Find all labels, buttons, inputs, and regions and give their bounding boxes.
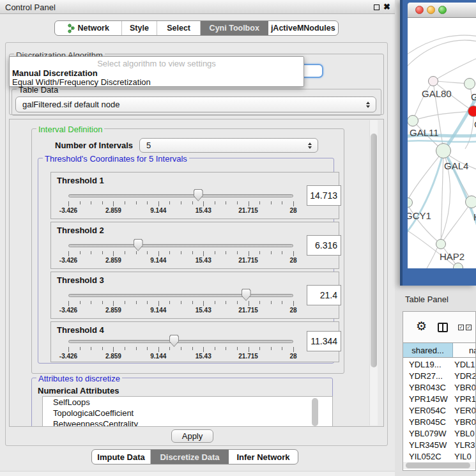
tab-cyni-toolbox[interactable]: Cyni Toolbox xyxy=(201,21,268,35)
table-cell[interactable]: YER0 xyxy=(454,406,476,415)
settings-scrollpane: Interval Definition Number of Intervals … xyxy=(9,119,384,427)
table-cell[interactable]: YDR27... xyxy=(409,371,443,381)
table-cell[interactable]: YLR3 xyxy=(454,440,475,450)
table-cell[interactable]: YBR0 xyxy=(454,383,476,392)
tick-mark xyxy=(293,201,294,206)
threshold-slider-thumb[interactable] xyxy=(194,189,203,201)
network-icon xyxy=(67,24,75,33)
network-canvas[interactable]: GAL80GACGAL11GAL4GCY1HHAP2 xyxy=(408,18,476,268)
table-cell[interactable]: YBR045C xyxy=(409,417,446,427)
thresholds-frame-title: Threshold's Coordinates for 5 Intervals xyxy=(43,154,189,164)
table-cell[interactable]: YIL052C xyxy=(409,452,441,461)
zoom-traffic-light-icon[interactable] xyxy=(438,6,447,14)
tick-mark xyxy=(203,347,204,352)
table-hscrollbar-thumb[interactable] xyxy=(406,463,470,468)
window-title: Control Panel xyxy=(5,3,56,12)
gear-icon[interactable]: ⚙ xyxy=(416,320,427,332)
settings-vertical-scrollbar[interactable] xyxy=(369,120,378,426)
network-node[interactable] xyxy=(436,143,451,158)
table-cell[interactable]: YLR345W xyxy=(409,440,447,450)
threshold-slider-track[interactable] xyxy=(68,294,293,297)
table-row[interactable]: YBR043CYBR0 xyxy=(403,383,475,394)
dropdown-option[interactable]: Equal Width/Frequency Discretization xyxy=(12,77,151,87)
table-row[interactable]: YBL079WYBL0 xyxy=(403,429,475,440)
network-node[interactable] xyxy=(465,196,476,208)
threshold-value-field[interactable]: 11.344 xyxy=(307,331,341,351)
table-row[interactable]: YER054CYER0 xyxy=(403,406,475,417)
interval-definition-title: Interval Definition xyxy=(36,125,104,134)
dropdown-option[interactable]: Manual Discretization xyxy=(12,68,98,78)
threshold-slider-track[interactable] xyxy=(68,340,293,343)
network-node[interactable] xyxy=(464,78,475,89)
tick-label: -3.426 xyxy=(59,353,77,360)
columns-icon[interactable] xyxy=(438,323,448,332)
attribute-list-item[interactable]: BetweennessCentrality xyxy=(43,418,332,427)
settings-scrollbar-thumb[interactable] xyxy=(371,134,377,367)
table-row[interactable]: YLR345WYLR3 xyxy=(403,440,475,452)
tick-mark xyxy=(203,201,204,206)
table-data-combobox[interactable]: galFiltered.sif default node xyxy=(15,96,376,112)
tab-infer-network[interactable]: Infer Network xyxy=(229,450,298,464)
checkbox-icon[interactable]: ✓ xyxy=(458,325,464,330)
attributes-list-scrollbar[interactable] xyxy=(312,398,318,426)
table-header: shared... na xyxy=(403,342,475,358)
table-cell[interactable]: YBL0 xyxy=(454,429,475,438)
tick-mark xyxy=(136,201,137,204)
threshold-value-field[interactable]: 21.4 xyxy=(307,285,341,305)
tab-discretize-data[interactable]: Discretize Data xyxy=(151,450,229,464)
tick-mark xyxy=(80,347,81,350)
tab-select[interactable]: Select xyxy=(157,21,201,35)
threshold-slider-track[interactable] xyxy=(68,244,293,247)
table-panel: ⚙ ✓ ✓ shared... na YDL19...YDL1YDR27...Y… xyxy=(403,311,476,471)
table-cell[interactable]: YDL1 xyxy=(454,360,475,369)
minimize-traffic-light-icon[interactable] xyxy=(427,6,435,14)
network-node[interactable] xyxy=(436,239,446,249)
threshold-slider-thumb[interactable] xyxy=(134,239,143,251)
float-window-icon[interactable] xyxy=(374,4,380,10)
tab-jactivemnodules[interactable]: jActiveMNodules xyxy=(268,21,339,35)
tick-mark xyxy=(113,251,114,256)
column-header-shared-name[interactable]: shared... xyxy=(403,343,453,357)
threshold-label: Threshold 2 xyxy=(57,226,104,235)
column-header-name[interactable]: na xyxy=(453,343,476,357)
table-cell[interactable]: YPR145W xyxy=(409,394,448,404)
table-row[interactable]: YDR27...YDR2 xyxy=(403,371,475,383)
tick-mark xyxy=(158,251,159,256)
table-cell[interactable]: YPR1 xyxy=(454,394,476,404)
apply-button[interactable]: Apply xyxy=(171,429,213,443)
attribute-list-item[interactable]: SelfLoops xyxy=(43,397,332,408)
network-node[interactable] xyxy=(428,76,438,86)
threshold-slider-thumb[interactable] xyxy=(169,335,179,347)
table-horizontal-scrollbar[interactable] xyxy=(403,462,475,469)
tab-style[interactable]: Style xyxy=(122,21,158,35)
attribute-list-item[interactable]: TopologicalCoefficient xyxy=(43,408,332,418)
table-row[interactable]: YPR145WYPR1 xyxy=(403,394,475,406)
close-icon[interactable]: ✖ xyxy=(383,2,390,12)
tick-label: 21.715 xyxy=(238,207,258,214)
tick-mark xyxy=(271,301,272,304)
threshold-slider-thumb[interactable] xyxy=(242,289,251,301)
table-cell[interactable]: YDL19... xyxy=(409,360,441,369)
num-intervals-spinner[interactable]: 5 xyxy=(139,138,318,153)
tab-impute-data[interactable]: Impute Data xyxy=(92,450,151,464)
table-row[interactable]: YDL19...YDL1 xyxy=(403,360,475,371)
table-cell[interactable]: YIL0 xyxy=(454,452,472,461)
tick-mark xyxy=(226,251,226,254)
tab-network[interactable]: Network xyxy=(55,21,122,35)
tick-label: 2.859 xyxy=(105,353,121,360)
network-node[interactable] xyxy=(468,105,476,117)
tick-label: 9.144 xyxy=(150,207,166,214)
checkbox-icon[interactable]: ✓ xyxy=(466,325,472,330)
table-cell[interactable]: YBR043C xyxy=(409,383,446,392)
threshold-slider-track[interactable] xyxy=(68,194,293,197)
threshold-value-field[interactable]: 14.713 xyxy=(307,185,341,206)
attributes-list[interactable]: SelfLoopsTopologicalCoefficientBetweenne… xyxy=(42,396,333,427)
table-cell[interactable]: YBR0 xyxy=(454,417,476,427)
table-cell[interactable]: YDR2 xyxy=(454,371,476,381)
table-cell[interactable]: YBL079W xyxy=(409,429,447,438)
table-cell[interactable]: YER054C xyxy=(409,406,446,415)
network-node[interactable] xyxy=(453,263,463,268)
close-traffic-light-icon[interactable] xyxy=(415,6,424,14)
threshold-value-field[interactable]: 6.316 xyxy=(307,235,341,256)
table-row[interactable]: YBR045CYBR0 xyxy=(403,417,475,429)
